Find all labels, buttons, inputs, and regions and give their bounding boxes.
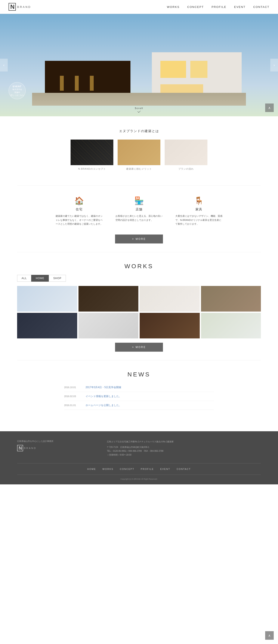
window-narrow-1 bbox=[60, 76, 64, 91]
footer-logo-area: 広島県福山市を中心にした設計事務所 N BRAND bbox=[17, 440, 94, 457]
works-item-4[interactable] bbox=[201, 286, 261, 312]
footer-nav-profile[interactable]: PROFILE bbox=[141, 468, 154, 470]
event-badge-title: EVENT bbox=[13, 85, 22, 88]
event-badge-line1: 毎月見学会 bbox=[13, 88, 22, 91]
service-desc-furniture: 大量生産にはできないデザイン、機能、質感で、N-BRANDオリジナル家具を受注生… bbox=[175, 214, 222, 226]
news-date-2: 2016.02.03 bbox=[64, 394, 79, 398]
footer-logo-brand: BRAND bbox=[24, 447, 37, 450]
shop-icon: 🏪 bbox=[115, 196, 163, 205]
concept-label-3: プランの流れ bbox=[165, 167, 207, 170]
service-title-house: 住宅 bbox=[56, 208, 103, 212]
service-desc-shop: お客様がまた来たいと思える、居心地の良い空間の設計を得意としております。 bbox=[115, 214, 163, 222]
hero-scroll: Scroll bbox=[135, 107, 143, 112]
window-2 bbox=[190, 61, 207, 78]
services-more-button[interactable]: > MORE bbox=[115, 234, 163, 244]
concept-label-1: N-BRANDのコンセプト bbox=[71, 167, 113, 170]
news-section: NEWS 2016.10.01 2017年3月4日・5日見学会開催 2016.0… bbox=[0, 360, 278, 418]
tab-all[interactable]: ALL bbox=[17, 275, 31, 282]
footer-hours: ＜営業時間＞9:00〜18:00 bbox=[107, 453, 261, 457]
footer-nav-works[interactable]: WORKS bbox=[102, 468, 113, 470]
footer-copyright: Copyright (c) N BRAND All Right Reserved… bbox=[17, 478, 261, 480]
footer-nav-concept[interactable]: CONCEPT bbox=[120, 468, 134, 470]
nav-concept[interactable]: CONCEPT bbox=[187, 5, 204, 8]
news-link-3[interactable]: ホームページを公開しました。 bbox=[86, 404, 121, 407]
concept-card-2[interactable]: 建築家に頼むメリット bbox=[118, 140, 160, 170]
footer-info: 広島エリア注文住宅施工件数No.1ナチュラルハウス拠点のNo.1建築家 〒720… bbox=[107, 440, 261, 457]
concept-section: エヌブランドの建築とは N-BRANDのコンセプト 建築家に頼むメリット プラン… bbox=[0, 116, 278, 186]
logo-n: N bbox=[9, 3, 16, 11]
works-grid bbox=[17, 286, 261, 338]
event-badge-line2: 実施中 bbox=[14, 91, 20, 94]
window-narrow-3 bbox=[90, 76, 94, 91]
tab-shop[interactable]: SHOP bbox=[49, 275, 66, 282]
news-link-1[interactable]: 2017年3月4日・5日見学会開催 bbox=[86, 386, 121, 389]
site-footer: 広島県福山市を中心にした設計事務所 N BRAND 広島エリア注文住宅施工件数N… bbox=[0, 431, 278, 484]
service-item-furniture: 🪑 家具 大量生産にはできないデザイン、機能、質感で、N-BRANDオリジナル家… bbox=[175, 196, 222, 226]
arrow-up-icon: ∧ bbox=[268, 106, 271, 110]
nav-works[interactable]: WORKS bbox=[167, 5, 179, 8]
ground bbox=[32, 93, 246, 106]
window-1 bbox=[160, 61, 186, 78]
hero-next-button[interactable]: › bbox=[270, 59, 278, 72]
service-title-furniture: 家具 bbox=[175, 208, 222, 212]
hero-prev-button[interactable]: ‹ bbox=[0, 59, 8, 72]
works-item-3[interactable] bbox=[140, 286, 200, 312]
chevron-right-icon: › bbox=[273, 63, 275, 68]
tab-home[interactable]: HOME bbox=[31, 275, 49, 282]
works-title: WORKS bbox=[17, 263, 261, 270]
footer-tel: TEL：0120-06-9952／084-966-3789 FAX：084-96… bbox=[107, 449, 261, 453]
footer-nav-event[interactable]: EVENT bbox=[160, 468, 170, 470]
service-item-shop: 🏪 店舗 お客様がまた来たいと思える、居心地の良い空間の設計を得意としております… bbox=[115, 196, 163, 226]
service-desc-house: 建築家の建てたい建築ではなく、建築のオシャレな事例でもなく、オーナーのご要望をベ… bbox=[56, 214, 103, 226]
hero-up-button[interactable]: ∧ bbox=[265, 104, 274, 112]
site-logo: N BRAND bbox=[9, 3, 31, 11]
service-item-house: 🏠 住宅 建築家の建てたい建築ではなく、建築のオシャレな事例でもなく、オーナーの… bbox=[56, 196, 103, 226]
works-item-5[interactable] bbox=[17, 313, 77, 338]
concept-card-3[interactable]: プランの流れ bbox=[165, 140, 207, 170]
footer-tagline: 広島県福山市を中心にした設計事務所 bbox=[17, 440, 94, 443]
hero-section: EVENT 毎月見学会 実施中 詳しくはこちら ‹ › Scroll ∧ bbox=[0, 14, 278, 116]
window-narrow-2 bbox=[75, 76, 79, 91]
concept-heading: エヌブランドの建築とは bbox=[17, 129, 261, 133]
concept-label-2: 建築家に頼むメリット bbox=[118, 167, 160, 170]
footer-nav-contact[interactable]: CONTACT bbox=[177, 468, 191, 470]
footer-company-headline: 広島エリア注文住宅施工件数No.1ナチュラルハウス拠点のNo.1建築家 bbox=[107, 440, 261, 444]
concept-card-1[interactable]: N-BRANDのコンセプト bbox=[71, 140, 113, 170]
site-header: N BRAND WORKS CONCEPT PROFILE EVENT CONT… bbox=[0, 0, 278, 14]
news-date-3: 2016.01.01 bbox=[64, 404, 79, 406]
footer-nav-home[interactable]: HOME bbox=[87, 468, 96, 470]
nav-contact[interactable]: CONTACT bbox=[253, 5, 269, 8]
scroll-label: Scroll bbox=[135, 107, 143, 110]
footer-nav: HOME WORKS CONCEPT PROFILE EVENT CONTACT bbox=[17, 463, 261, 475]
concept-cards: N-BRANDのコンセプト 建築家に頼むメリット プランの流れ bbox=[17, 140, 261, 170]
concept-img-3 bbox=[165, 140, 207, 165]
concept-img-1 bbox=[71, 140, 113, 165]
news-item-3: 2016.01.01 ホームページを公開しました。 bbox=[64, 401, 214, 410]
news-title: NEWS bbox=[17, 371, 261, 378]
furniture-icon: 🪑 bbox=[175, 196, 222, 205]
footer-logo-n: N bbox=[17, 445, 23, 451]
footer-top: 広島県福山市を中心にした設計事務所 N BRAND 広島エリア注文住宅施工件数N… bbox=[17, 440, 261, 457]
nav-profile[interactable]: PROFILE bbox=[211, 5, 226, 8]
logo-brand: BRAND bbox=[17, 5, 31, 8]
works-item-1[interactable] bbox=[17, 286, 77, 312]
hero-house bbox=[32, 40, 246, 104]
works-item-8[interactable] bbox=[201, 313, 261, 338]
news-item-2: 2016.02.03 イベント情報を更新しました。 bbox=[64, 392, 214, 401]
works-item-2[interactable] bbox=[78, 286, 138, 312]
news-link-2[interactable]: イベント情報を更新しました。 bbox=[86, 394, 121, 398]
works-item-6[interactable] bbox=[78, 313, 138, 338]
nav-event[interactable]: EVENT bbox=[234, 5, 245, 8]
services-section: 🏠 住宅 建築家の建てたい建築ではなく、建築のオシャレな事例でもなく、オーナーの… bbox=[0, 186, 278, 252]
footer-address: 〒720-7124 広島県福山市神辺町川南338-1 bbox=[107, 445, 261, 449]
news-date-1: 2016.10.01 bbox=[64, 386, 79, 388]
service-title-shop: 店舗 bbox=[115, 208, 163, 212]
main-nav: WORKS CONCEPT PROFILE EVENT CONTACT bbox=[167, 5, 269, 8]
event-badge[interactable]: EVENT 毎月見学会 実施中 詳しくはこちら bbox=[9, 82, 26, 99]
concept-img-2 bbox=[118, 140, 160, 165]
works-tabs: ALL HOME SHOP bbox=[17, 275, 261, 282]
event-badge-line3: 詳しくはこちら bbox=[11, 94, 24, 97]
news-list: 2016.10.01 2017年3月4日・5日見学会開催 2016.02.03 … bbox=[64, 383, 214, 410]
works-more-button[interactable]: > MORE bbox=[115, 343, 163, 352]
works-item-7[interactable] bbox=[140, 313, 200, 338]
